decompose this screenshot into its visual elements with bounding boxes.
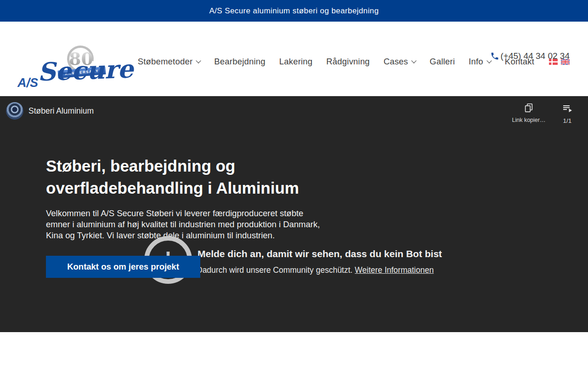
logo-name: Secure: [37, 54, 134, 86]
nav-item-cases[interactable]: Cases: [384, 57, 416, 67]
logo-prefix: A/S: [17, 76, 38, 90]
nav-label: Bearbejdning: [214, 57, 265, 67]
page-title-line1: Støberi, bearbejdning og: [46, 155, 299, 177]
language-switcher: [549, 59, 570, 65]
intro-line: Velkommen til A/S Secure Støberi vi leve…: [46, 208, 320, 219]
slide-pages-button[interactable]: 1/1: [554, 103, 580, 124]
chevron-down-icon: [412, 58, 417, 63]
intro-line: emner i aluminium af høj kvalitet til in…: [46, 219, 320, 230]
bot-check-subtitle: Dadurch wird unsere Community geschützt.…: [197, 265, 434, 275]
copy-link-button[interactable]: Link kopier…: [509, 103, 548, 123]
intro-line: Kina og Tyrkiet. Vi laver støbte dele i …: [46, 230, 320, 241]
site-header: 80 ANNIVERSARY A/S Secure (+45) 44 34 02…: [0, 22, 588, 96]
embed-title: Støberi Aluminium: [28, 106, 94, 116]
contact-project-button[interactable]: Kontakt os om jeres projekt: [46, 256, 200, 278]
footer-space: [0, 332, 588, 368]
nav-label: Galleri: [430, 57, 455, 67]
bot-check-subtitle-text: Dadurch wird unsere Community geschützt.: [197, 265, 355, 275]
copy-link-icon: [524, 103, 534, 113]
nav-item-info[interactable]: Info: [469, 57, 491, 67]
nav-item-kontakt[interactable]: Kontakt: [505, 57, 534, 67]
playlist-play-icon: [562, 103, 573, 114]
nav-item-bearbejdning[interactable]: Bearbejdning: [214, 57, 265, 67]
nav-label: Cases: [384, 57, 408, 67]
uk-flag-icon[interactable]: [561, 59, 570, 65]
copy-link-label: Link kopier…: [509, 117, 548, 123]
main-nav: Støbemetoder Bearbejdning Lakering Rådgi…: [138, 57, 570, 67]
danish-flag-icon[interactable]: [549, 59, 558, 65]
topbar-tagline: A/S Secure aluminium støberi og bearbejd…: [209, 6, 379, 16]
more-information-link[interactable]: Weitere Informationen: [355, 265, 434, 275]
topbar: A/S Secure aluminium støberi og bearbejd…: [0, 0, 588, 22]
nav-label: Rådgivning: [326, 57, 370, 67]
page-title-line2: overfladebehandling i Aluminium: [46, 177, 299, 199]
nav-item-lakering[interactable]: Lakering: [279, 57, 313, 67]
chevron-down-icon: [486, 58, 492, 63]
chevron-down-icon: [196, 58, 201, 63]
nav-label: Støbemetoder: [138, 57, 193, 67]
nav-label: Info: [469, 57, 483, 67]
round-aluminium-part-thumbnail: [6, 102, 23, 120]
nav-item-stobemetoder[interactable]: Støbemetoder: [138, 57, 201, 67]
nav-label: Lakering: [279, 57, 313, 67]
hero-embed-section: Støberi Aluminium Link kopier… 1/1 Støbe…: [0, 96, 588, 332]
nav-item-galleri[interactable]: Galleri: [430, 57, 455, 67]
company-logo[interactable]: 80 ANNIVERSARY A/S Secure: [17, 46, 114, 97]
page-title: Støberi, bearbejdning og overfladebehand…: [46, 155, 299, 199]
page-indicator: 1/1: [554, 117, 580, 124]
nav-item-radgivning[interactable]: Rådgivning: [326, 57, 370, 67]
bot-check-title: Melde dich an, damit wir sehen, dass du …: [198, 248, 442, 259]
nav-label: Kontakt: [505, 57, 534, 67]
intro-paragraph: Velkommen til A/S Secure Støberi vi leve…: [46, 208, 320, 241]
